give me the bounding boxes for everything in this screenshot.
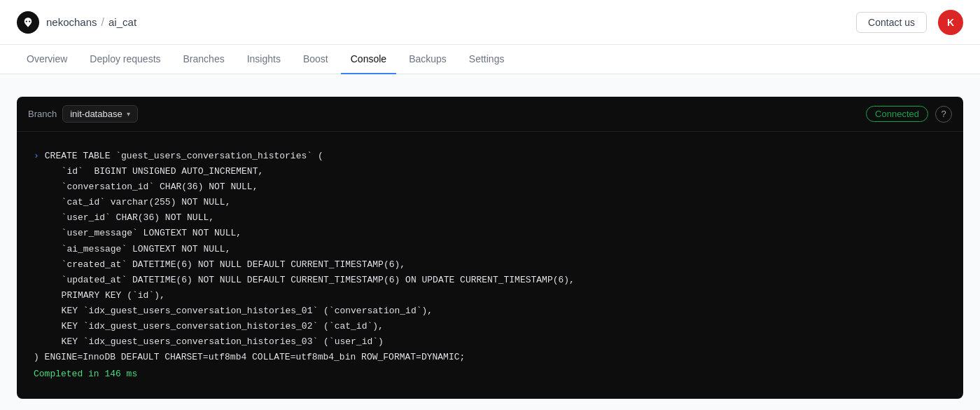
sql-create-table: CREATE TABLE `guest_users_conversation_h… bbox=[45, 149, 323, 164]
console-toolbar: Branch init-database ▾ Connected ? bbox=[17, 97, 963, 132]
sql-field-user-message: `user_message` LONGTEXT NOT NULL, bbox=[34, 226, 946, 241]
sql-key-03: KEY `idx_guest_users_conversation_histor… bbox=[34, 334, 946, 350]
db-name[interactable]: ai_cat bbox=[108, 16, 136, 28]
sql-field-cat-id: `cat_id` varchar(255) NOT NULL, bbox=[34, 195, 946, 210]
sql-field-conversation-id: `conversation_id` CHAR(36) NOT NULL, bbox=[34, 179, 946, 195]
sql-success-message: Completed in 146 ms bbox=[34, 367, 946, 382]
nav-item-deploy-requests[interactable]: Deploy requests bbox=[80, 45, 170, 74]
breadcrumb-separator: / bbox=[102, 16, 104, 29]
main-nav: Overview Deploy requests Branches Insigh… bbox=[0, 45, 980, 74]
sql-content: › CREATE TABLE `guest_users_conversation… bbox=[17, 132, 963, 399]
sql-field-created-at: `created_at` DATETIME(6) NOT NULL DEFAUL… bbox=[34, 257, 946, 273]
chevron-down-icon: ▾ bbox=[127, 110, 130, 118]
project-name[interactable]: nekochans bbox=[46, 16, 97, 28]
sql-key-02: KEY `idx_guest_users_conversation_histor… bbox=[34, 319, 946, 334]
branch-section: Branch init-database ▾ bbox=[28, 105, 138, 123]
branch-dropdown[interactable]: init-database ▾ bbox=[62, 105, 137, 123]
sql-line: › CREATE TABLE `guest_users_conversation… bbox=[34, 149, 946, 164]
breadcrumb: nekochans / ai_cat bbox=[46, 16, 136, 29]
nav-item-overview[interactable]: Overview bbox=[17, 45, 77, 74]
console-panel: Branch init-database ▾ Connected ? › CRE… bbox=[17, 97, 963, 399]
branch-label: Branch bbox=[28, 109, 57, 119]
nav-item-console[interactable]: Console bbox=[341, 45, 396, 74]
sql-field-id: `id` BIGINT UNSIGNED AUTO_INCREMENT, bbox=[34, 164, 946, 179]
connected-badge: Connected bbox=[866, 106, 928, 122]
sql-field-user-id: `user_id` CHAR(36) NOT NULL, bbox=[34, 210, 946, 226]
sql-primary-key: PRIMARY KEY (`id`), bbox=[34, 288, 946, 303]
nav-item-insights[interactable]: Insights bbox=[237, 45, 290, 74]
svg-point-0 bbox=[26, 20, 27, 22]
help-icon[interactable]: ? bbox=[935, 106, 952, 123]
branch-value: init-database bbox=[70, 109, 122, 119]
sql-prompt-icon: › bbox=[34, 149, 39, 164]
main-content: Branch init-database ▾ Connected ? › CRE… bbox=[0, 74, 980, 410]
header: nekochans / ai_cat Contact us K bbox=[0, 0, 980, 45]
nav-item-backups[interactable]: Backups bbox=[399, 45, 456, 74]
nav-item-branches[interactable]: Branches bbox=[174, 45, 234, 74]
logo-icon bbox=[17, 11, 39, 34]
header-right: Contact us K bbox=[856, 10, 963, 35]
sql-closing: ) ENGINE=InnoDB DEFAULT CHARSET=utf8mb4 … bbox=[34, 350, 946, 365]
console-right: Connected ? bbox=[866, 106, 952, 123]
nav-item-boost[interactable]: Boost bbox=[293, 45, 338, 74]
sql-field-updated-at: `updated_at` DATETIME(6) NOT NULL DEFAUL… bbox=[34, 273, 946, 288]
svg-point-1 bbox=[29, 20, 30, 22]
header-left: nekochans / ai_cat bbox=[17, 11, 136, 34]
avatar[interactable]: K bbox=[938, 10, 963, 35]
nav-item-settings[interactable]: Settings bbox=[459, 45, 514, 74]
sql-key-01: KEY `idx_guest_users_conversation_histor… bbox=[34, 303, 946, 319]
sql-field-ai-message: `ai_message` LONGTEXT NOT NULL, bbox=[34, 242, 946, 257]
contact-us-button[interactable]: Contact us bbox=[856, 12, 927, 33]
